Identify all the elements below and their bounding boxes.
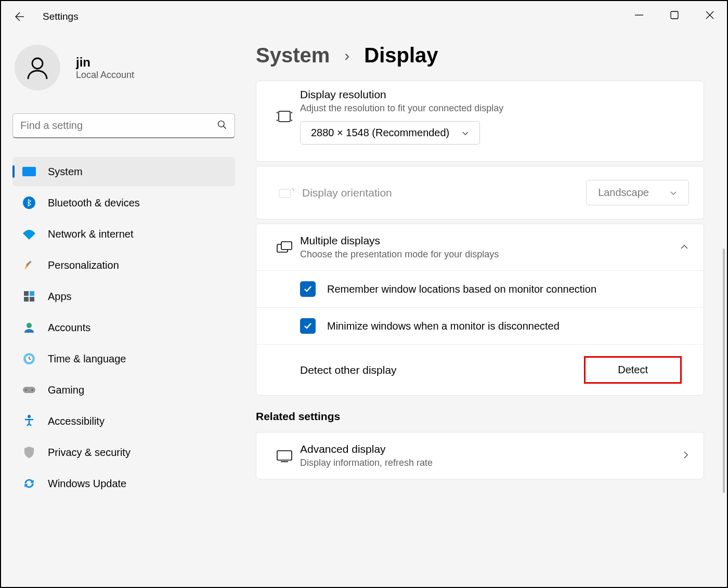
detect-button[interactable]: Detect (584, 356, 682, 384)
privacy-icon (22, 445, 36, 460)
user-type: Local Account (76, 70, 134, 81)
accounts-icon (22, 320, 36, 335)
svg-point-14 (27, 323, 32, 328)
nav-label: Privacy & security (48, 447, 131, 459)
multiple-displays-icon (269, 240, 300, 255)
nav-label: System (48, 166, 83, 178)
multi-subtitle: Choose the presentation mode for your di… (300, 249, 680, 260)
chevron-down-icon (462, 127, 469, 139)
advanced-display-subtitle: Display information, refresh rate (300, 458, 683, 468)
multi-title: Multiple displays (300, 234, 680, 247)
nav-label: Apps (48, 291, 72, 303)
svg-point-19 (31, 389, 33, 390)
breadcrumb-parent[interactable]: System (256, 44, 330, 67)
nav-accessibility[interactable]: Accessibility (12, 407, 235, 436)
svg-rect-13 (30, 297, 34, 302)
search-icon (217, 120, 227, 132)
minimize-on-disconnect-label: Minimize windows when a monitor is disco… (327, 320, 560, 332)
advanced-display-title: Advanced display (300, 443, 683, 455)
avatar (15, 45, 60, 90)
svg-point-18 (25, 389, 27, 390)
search-box[interactable] (12, 113, 235, 138)
svg-rect-21 (279, 111, 290, 122)
minimize-button[interactable] (634, 10, 644, 22)
nav-label: Accounts (48, 322, 90, 334)
remember-locations-row[interactable]: Remember window locations based on monit… (256, 270, 704, 307)
resolution-value: 2880 × 1548 (Recommended) (311, 127, 449, 139)
svg-rect-22 (279, 189, 291, 198)
svg-rect-1 (671, 11, 678, 19)
svg-rect-17 (23, 387, 35, 393)
remember-locations-checkbox[interactable] (300, 281, 316, 297)
related-settings-heading: Related settings (256, 410, 704, 423)
svg-rect-12 (24, 297, 29, 302)
display-orientation-card: Display orientation Landscape (256, 166, 704, 219)
gaming-icon (22, 383, 36, 397)
orientation-value: Landscape (598, 187, 649, 199)
resolution-subtitle: Adjust the resolution to fit your connec… (300, 103, 691, 114)
svg-rect-25 (277, 451, 292, 460)
orientation-title: Display orientation (302, 187, 586, 199)
nav-label: Gaming (48, 384, 84, 396)
remember-locations-label: Remember window locations based on monit… (327, 283, 596, 295)
svg-line-6 (224, 126, 226, 128)
breadcrumb-current: Display (364, 44, 438, 67)
nav-label: Network & internet (48, 228, 134, 240)
chevron-up-icon (680, 243, 689, 252)
nav-label: Time & language (48, 353, 126, 365)
nav-bluetooth[interactable]: Bluetooth & devices (12, 188, 235, 217)
chevron-down-icon (670, 187, 677, 199)
nav-apps[interactable]: Apps (12, 282, 235, 311)
back-icon[interactable] (12, 10, 25, 23)
svg-point-5 (218, 121, 225, 127)
display-resolution-card: Display resolution Adjust the resolution… (256, 81, 704, 162)
nav-accounts[interactable]: Accounts (12, 313, 235, 342)
svg-rect-10 (24, 291, 29, 296)
monitor-icon (269, 449, 300, 463)
maximize-button[interactable] (670, 10, 679, 22)
scrollbar[interactable] (723, 249, 725, 493)
multiple-displays-header[interactable]: Multiple displays Choose the presentatio… (256, 224, 704, 270)
nav-label: Windows Update (48, 478, 126, 490)
svg-rect-7 (22, 167, 36, 176)
svg-rect-24 (281, 242, 292, 250)
accessibility-icon (22, 414, 36, 428)
resolution-title: Display resolution (300, 88, 691, 101)
orientation-select[interactable]: Landscape (586, 180, 689, 205)
svg-rect-11 (30, 291, 34, 296)
nav-label: Bluetooth & devices (48, 197, 140, 209)
detect-other-display-label: Detect other display (300, 364, 397, 376)
breadcrumb: System › Display (256, 44, 704, 67)
resolution-select[interactable]: 2880 × 1548 (Recommended) (300, 121, 480, 145)
svg-point-20 (28, 415, 31, 418)
network-icon (22, 227, 36, 241)
nav-time-language[interactable]: Time & language (12, 344, 235, 373)
user-name: jin (76, 55, 134, 70)
svg-point-4 (32, 58, 43, 69)
nav-windows-update[interactable]: Windows Update (12, 469, 235, 498)
app-title: Settings (43, 11, 79, 22)
update-icon (22, 476, 36, 491)
nav-gaming[interactable]: Gaming (12, 375, 235, 404)
svg-point-8 (23, 197, 35, 209)
bluetooth-icon (22, 195, 36, 210)
nav-privacy[interactable]: Privacy & security (12, 438, 235, 467)
minimize-on-disconnect-row[interactable]: Minimize windows when a monitor is disco… (256, 307, 704, 344)
system-icon (22, 164, 36, 179)
nav-label: Personalization (48, 259, 119, 271)
minimize-on-disconnect-checkbox[interactable] (300, 318, 316, 334)
nav-network[interactable]: Network & internet (12, 219, 235, 249)
personalization-icon (22, 258, 36, 272)
chevron-right-icon (683, 450, 689, 462)
nav-system[interactable]: System (12, 157, 235, 186)
close-button[interactable] (705, 10, 714, 22)
advanced-display-card[interactable]: Advanced display Display information, re… (256, 432, 704, 479)
search-input[interactable] (20, 120, 217, 132)
multiple-displays-card: Multiple displays Choose the presentatio… (256, 224, 704, 396)
nav-personalization[interactable]: Personalization (12, 251, 235, 280)
chevron-right-icon: › (344, 47, 349, 64)
orientation-icon (271, 186, 302, 200)
user-profile[interactable]: jin Local Account (12, 45, 235, 90)
resolution-icon (269, 109, 300, 124)
apps-icon (22, 289, 36, 304)
